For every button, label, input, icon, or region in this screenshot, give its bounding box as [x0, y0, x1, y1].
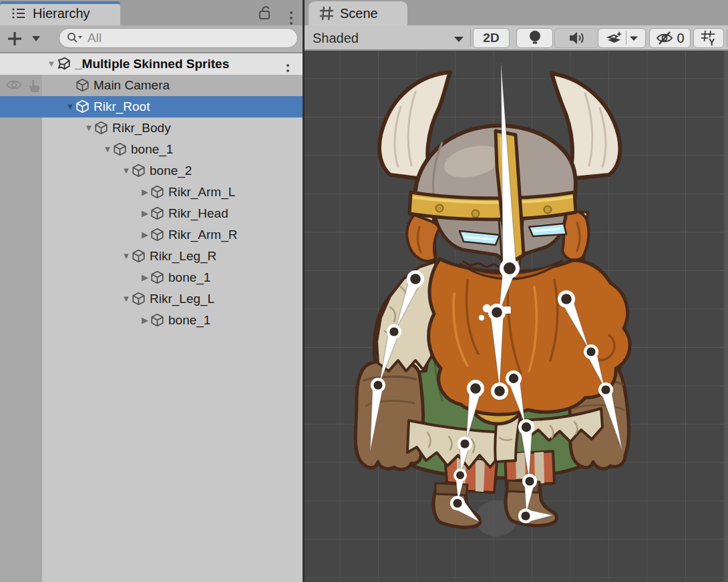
hierarchy-row-rikr-arm-r[interactable]: ▶ Rikr_Arm_R: [0, 224, 303, 246]
hierarchy-row-rikr-leg-l[interactable]: ▼ Rikr_Leg_L: [0, 288, 303, 310]
hierarchy-row-rikr-root[interactable]: ▼ Rikr_Root: [0, 96, 303, 117]
gameobject-cube-icon: [75, 77, 91, 93]
hierarchy-panel: Hierarchy: [0, 0, 303, 582]
row-label: Rikr_Leg_L: [150, 288, 214, 310]
hierarchy-tabbar: Hierarchy: [0, 0, 303, 25]
scene-menu-icon[interactable]: [287, 63, 289, 75]
hierarchy-row-rikr-leg-r[interactable]: ▼ Rikr_Leg_R: [0, 246, 303, 267]
scene-audio-button[interactable]: [554, 28, 599, 48]
search-filter-value: All: [87, 31, 102, 45]
joint-dot-right-shin: [525, 477, 534, 485]
hierarchy-row-bone-1[interactable]: ▶ bone_1: [0, 310, 303, 331]
hierarchy-list-icon: [11, 5, 27, 21]
joint-dot-right-foot: [521, 511, 530, 520]
tab-hierarchy[interactable]: Hierarchy: [0, 1, 120, 25]
hierarchy-row-rikr-body[interactable]: ▼ Rikr_Body: [0, 117, 303, 139]
joint-dot-left-foot: [453, 499, 462, 507]
hierarchy-row-bone-2[interactable]: ▼ bone_2: [0, 160, 303, 182]
2d-toggle-label: 2D: [483, 31, 499, 45]
gameobject-cube-icon: [150, 184, 166, 200]
hierarchy-row-bone-1[interactable]: ▼ bone_1: [0, 139, 303, 160]
gameobject-cube-icon: [131, 163, 147, 179]
gameobject-cube-icon: [131, 291, 147, 307]
hierarchy-row-bone-1[interactable]: ▶ bone_1: [0, 267, 303, 288]
effects-visibility-button[interactable]: [598, 28, 646, 48]
unity-editor: { "hierarchy": { "tab_label": "Hierarchy…: [0, 0, 728, 582]
scene-visibility-button[interactable]: 0: [649, 28, 691, 48]
scene-tabbar: Scene: [305, 0, 728, 25]
scene-grid-icon: [319, 6, 334, 21]
row-label: Rikr_Body: [112, 117, 171, 139]
row-label: bone_1: [168, 310, 210, 331]
search-input[interactable]: All: [59, 28, 298, 48]
chevron-down-icon: [453, 35, 465, 43]
joint-dot-left-shin: [456, 471, 464, 479]
hierarchy-search-row: All: [0, 25, 303, 53]
hierarchy-row-rikr-head[interactable]: ▶ Rikr_Head: [0, 203, 303, 224]
gameobject-cube-icon: [150, 206, 166, 222]
svg-text:Y: Y: [709, 37, 715, 47]
joint-dot-left-hip: [470, 383, 481, 394]
scene-toolbar: Shaded 2D: [305, 25, 728, 51]
root-marker: [479, 315, 485, 321]
row-label: Rikr_Head: [168, 203, 228, 224]
scene-right-edge: [725, 51, 728, 582]
lock-icon[interactable]: [256, 5, 272, 21]
draw-mode-dropdown[interactable]: Shaded: [305, 28, 470, 48]
joint-dot-right-thigh: [522, 422, 531, 432]
gameobject-cube-icon: [131, 248, 147, 264]
joint-dot-right-wrist: [601, 385, 610, 394]
joint-dot-left-wrist: [373, 380, 382, 389]
joint-dot-head: [504, 262, 516, 274]
search-icon: [66, 31, 83, 45]
hierarchy-row-rikr-arm-l[interactable]: ▶ Rikr_Arm_L: [0, 182, 303, 203]
joint-dot-left-elbow: [389, 327, 398, 336]
scene-tab-label: Scene: [340, 1, 378, 25]
viking-character-sprite[interactable]: [355, 72, 630, 537]
scene-header-row[interactable]: ▼ _Multiple Skinned Sprites: [0, 53, 303, 75]
joint-dot-pelvis: [494, 386, 505, 396]
effects-dropdown-caret-icon[interactable]: [629, 35, 639, 41]
grid-axis-icon: Y: [700, 29, 717, 47]
gameobject-cube-icon: [94, 120, 110, 136]
hierarchy-tree: ▼ _Multiple Skinned Sprites Main Camera▼…: [0, 53, 303, 582]
row-label: Rikr_Arm_R: [168, 224, 237, 246]
row-label: Rikr_Arm_L: [168, 182, 235, 203]
joint-dot-left-knee: [460, 439, 469, 448]
hierarchy-menu-icon[interactable]: [290, 10, 293, 22]
row-label: Main Camera: [94, 75, 170, 96]
scene-viewport[interactable]: [305, 51, 728, 582]
toolbar-separator: [727, 29, 727, 47]
scene-panel: Scene Shaded 2D: [305, 0, 728, 582]
row-label: bone_1: [131, 139, 173, 160]
row-label: Rikr_Root: [94, 96, 150, 117]
eye-toggle-icon[interactable]: [5, 78, 23, 93]
grid-visibility-button[interactable]: Y: [693, 28, 724, 48]
joint-dot-right-hip: [509, 374, 518, 383]
gameobject-cube-icon: [150, 270, 166, 286]
row-label: bone_1: [168, 267, 210, 288]
gameobject-cube-icon: [75, 99, 91, 115]
lightbulb-icon: [528, 30, 542, 46]
joint-dot-right-elbow: [586, 347, 595, 356]
eye-slash-icon: [655, 31, 674, 45]
joint-dot-left-shoulder: [410, 274, 421, 284]
hierarchy-row-main-camera[interactable]: Main Camera: [0, 75, 303, 96]
unity-scene-icon: [56, 56, 72, 72]
tab-scene[interactable]: Scene: [309, 1, 407, 25]
draw-mode-value: Shaded: [313, 31, 359, 46]
joint-dot-spine: [492, 307, 502, 318]
add-object-button[interactable]: [5, 28, 43, 48]
row-label: _Multiple Skinned Sprites: [75, 53, 229, 75]
speaker-icon: [568, 31, 586, 45]
button-separator: [626, 31, 626, 45]
row-label: Rikr_Leg_R: [150, 246, 216, 267]
effects-layers-icon: [606, 29, 623, 47]
scene-lighting-button[interactable]: [516, 28, 553, 48]
hidden-count: 0: [677, 31, 684, 46]
add-object-caret-icon: [32, 36, 40, 41]
row-label: bone_2: [150, 160, 192, 182]
hand-toggle-icon[interactable]: [25, 78, 43, 93]
hierarchy-tab-label: Hierarchy: [33, 1, 90, 25]
2d-toggle-button[interactable]: 2D: [473, 28, 510, 48]
